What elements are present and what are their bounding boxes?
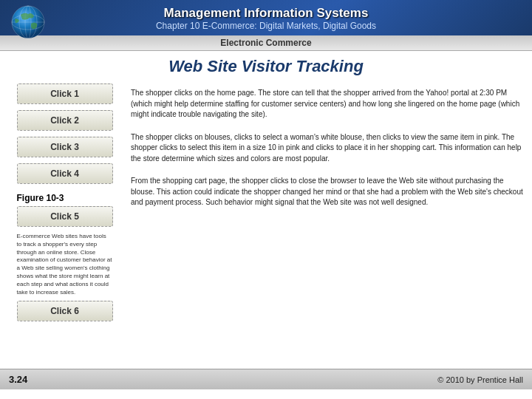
header: Management Information Systems Chapter 1…: [0, 0, 532, 35]
page-title: Web Site Visitor Tracking: [0, 57, 532, 76]
click-button-3[interactable]: Click 3: [17, 137, 113, 157]
globe-icon: [6, 3, 50, 41]
header-title: Management Information Systems: [156, 6, 376, 21]
figure-description: E-commerce Web sites have tools to track…: [17, 233, 113, 296]
info-block-2: The shopper clicks on blouses, clicks to…: [131, 128, 525, 169]
footer-page-number: 3.24: [9, 374, 27, 385]
figure-label: Figure 10-3: [17, 193, 113, 203]
header-text: Management Information Systems Chapter 1…: [156, 6, 376, 31]
main-content: Click 1 Click 2 Click 3 Click 4 Figure 1…: [0, 81, 532, 369]
left-panel: Click 1 Click 2 Click 3 Click 4 Figure 1…: [7, 83, 122, 369]
click-button-4[interactable]: Click 4: [17, 163, 113, 184]
info-block-3: From the shopping cart page, the shopper…: [131, 171, 525, 213]
click-button-6[interactable]: Click 6: [17, 301, 113, 321]
footer: 3.24 © 2010 by Prentice Hall: [0, 369, 532, 389]
page-title-bar: Web Site Visitor Tracking: [0, 51, 532, 81]
click-button-5[interactable]: Click 5: [17, 206, 113, 227]
click-button-1[interactable]: Click 1: [17, 83, 113, 104]
sub-header: Electronic Commerce: [0, 35, 532, 51]
header-subtitle: Chapter 10 E-Commerce: Digital Markets, …: [156, 21, 376, 31]
right-panel: The shopper clicks on the home page. The…: [122, 83, 525, 369]
info-block-1: The shopper clicks on the home page. The…: [131, 83, 525, 125]
footer-copyright: © 2010 by Prentice Hall: [437, 375, 523, 384]
click-button-2[interactable]: Click 2: [17, 110, 113, 131]
